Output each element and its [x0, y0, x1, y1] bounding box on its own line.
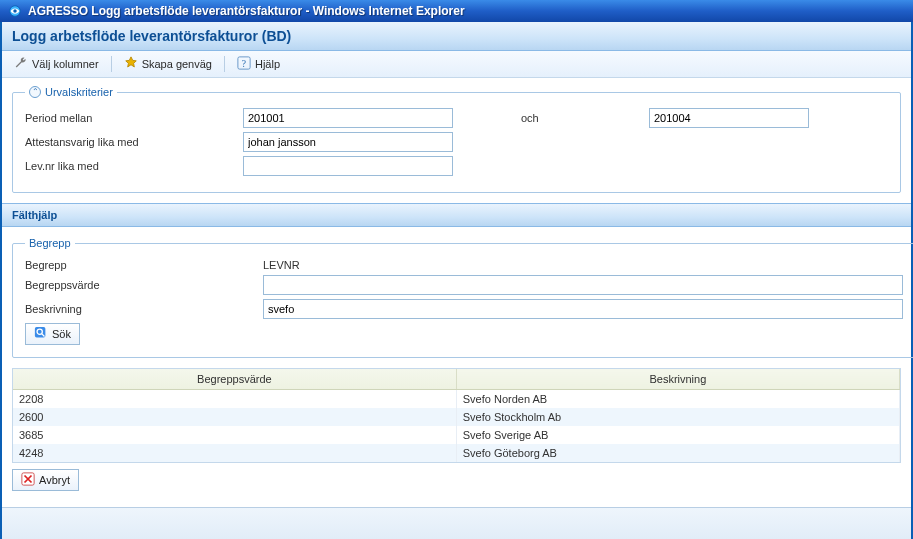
valj-kolumner-button[interactable]: Välj kolumner [8, 54, 105, 74]
period-from-input[interactable] [243, 108, 453, 128]
begrepp-legend-text: Begrepp [29, 237, 71, 249]
skapa-genvag-button[interactable]: Skapa genväg [118, 54, 218, 74]
cell-begreppsvarde: 2208 [13, 390, 456, 409]
col-beskrivning[interactable]: Beskrivning [456, 369, 899, 390]
star-icon [124, 56, 138, 72]
attest-label: Attestansvarig lika med [25, 136, 235, 148]
close-icon [21, 472, 35, 488]
cell-begreppsvarde: 2600 [13, 408, 456, 426]
period-label: Period mellan [25, 112, 235, 124]
table-row[interactable]: 2600Svefo Stockholm Ab [13, 408, 900, 426]
search-icon [34, 326, 48, 342]
window-title: AGRESSO Logg arbetsflöde leverantörsfakt… [28, 4, 465, 18]
wrench-icon [14, 56, 28, 72]
cell-beskrivning: Svefo Sverige AB [456, 426, 899, 444]
svg-point-1 [13, 9, 17, 13]
beskrivning-label: Beskrivning [25, 303, 255, 315]
results-table: Begreppsvärde Beskrivning 2208Svefo Nord… [13, 369, 900, 462]
hjalp-button[interactable]: ? Hjälp [231, 54, 286, 74]
results-table-wrap: Begreppsvärde Beskrivning 2208Svefo Nord… [12, 368, 901, 463]
col-begreppsvarde[interactable]: Begreppsvärde [13, 369, 456, 390]
skapa-genvag-label: Skapa genväg [142, 58, 212, 70]
window-titlebar: AGRESSO Logg arbetsflöde leverantörsfakt… [0, 0, 913, 22]
cell-begreppsvarde: 3685 [13, 426, 456, 444]
urvalskriterier-legend-text: Urvalskriterier [45, 86, 113, 98]
levnr-label: Lev.nr lika med [25, 160, 235, 172]
avbryt-label: Avbryt [39, 474, 70, 486]
valj-kolumner-label: Välj kolumner [32, 58, 99, 70]
begreppsvarde-label: Begreppsvärde [25, 279, 255, 291]
falthjalp-header: Fälthjälp [2, 203, 911, 227]
toolbar: Välj kolumner Skapa genväg ? Hjälp [2, 51, 911, 78]
levnr-input[interactable] [243, 156, 453, 176]
sok-label: Sök [52, 328, 71, 340]
cell-beskrivning: Svefo Norden AB [456, 390, 899, 409]
cell-beskrivning: Svefo Stockholm Ab [456, 408, 899, 426]
help-icon: ? [237, 56, 251, 72]
table-row[interactable]: 3685Svefo Sverige AB [13, 426, 900, 444]
cell-beskrivning: Svefo Göteborg AB [456, 444, 899, 462]
begrepp-label: Begrepp [25, 259, 255, 271]
toolbar-separator [111, 56, 112, 72]
ie-icon [8, 4, 22, 18]
footer-area [2, 507, 911, 539]
sok-button[interactable]: Sök [25, 323, 80, 345]
page-title: Logg arbetsflöde leverantörsfakturor (BD… [2, 22, 911, 51]
avbryt-button[interactable]: Avbryt [12, 469, 79, 491]
cell-begreppsvarde: 4248 [13, 444, 456, 462]
begrepp-group: Begrepp Begrepp LEVNR Begreppsvärde Besk… [12, 237, 913, 358]
period-to-input[interactable] [649, 108, 809, 128]
urvalskriterier-group: ⌃ Urvalskriterier Period mellan och Atte… [12, 86, 901, 193]
begrepp-value: LEVNR [263, 259, 300, 271]
hjalp-label: Hjälp [255, 58, 280, 70]
period-and-label: och [461, 112, 641, 124]
beskrivning-input[interactable] [263, 299, 903, 319]
urvalskriterier-legend[interactable]: ⌃ Urvalskriterier [25, 86, 117, 98]
begreppsvarde-input[interactable] [263, 275, 903, 295]
svg-text:?: ? [242, 58, 246, 69]
begrepp-legend: Begrepp [25, 237, 75, 249]
table-row[interactable]: 2208Svefo Norden AB [13, 390, 900, 409]
attest-input[interactable] [243, 132, 453, 152]
toolbar-separator [224, 56, 225, 72]
chevron-up-icon: ⌃ [29, 86, 41, 98]
table-row[interactable]: 4248Svefo Göteborg AB [13, 444, 900, 462]
